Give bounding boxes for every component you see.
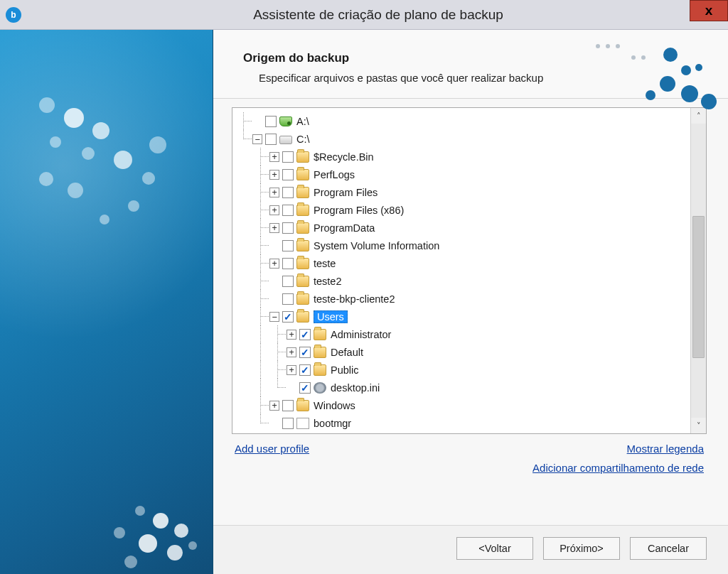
node-checkbox[interactable] (265, 116, 277, 127)
expander-icon (269, 294, 279, 304)
node-checkbox[interactable] (282, 311, 294, 323)
sidebar-decor (0, 30, 213, 574)
node-label[interactable]: Windows (314, 400, 355, 411)
node-checkbox[interactable] (299, 382, 311, 394)
tree-node-windows[interactable]: +Windows (235, 396, 690, 414)
node-label[interactable]: Program Files (x86) (314, 205, 404, 216)
node-label[interactable]: Public (331, 364, 359, 376)
node-checkbox[interactable] (299, 329, 311, 340)
tree-node-public[interactable]: +Public (235, 361, 690, 379)
node-checkbox[interactable] (282, 187, 294, 198)
tree-node-pf[interactable]: +Program Files (235, 183, 690, 201)
expander-icon[interactable]: + (287, 365, 296, 375)
folder-icon (296, 222, 309, 234)
expander-icon[interactable]: + (269, 170, 279, 180)
node-label[interactable]: ProgramData (314, 222, 375, 234)
title-bar: b Assistente de criação de plano de back… (0, 0, 728, 30)
expander-icon (287, 383, 296, 393)
scroll-down-icon[interactable]: ˅ (691, 418, 706, 433)
node-checkbox[interactable] (282, 258, 294, 269)
tree-node-bootmgr[interactable]: bootmgr (235, 414, 690, 432)
expander-icon[interactable]: + (269, 401, 279, 411)
node-checkbox[interactable] (282, 151, 294, 163)
tree-node-teste[interactable]: +teste (235, 254, 690, 272)
folder-icon (296, 240, 309, 251)
file-tree[interactable]: A:\−C:\+$Recycle.Bin+PerfLogs+Program Fi… (232, 108, 690, 433)
node-label[interactable]: desktop.ini (331, 382, 380, 394)
folder-icon (296, 400, 309, 411)
node-label[interactable]: PerfLogs (314, 169, 355, 180)
node-label[interactable]: teste (314, 258, 336, 269)
gear-icon (314, 382, 326, 394)
drive-green-icon (279, 117, 292, 126)
node-checkbox[interactable] (282, 222, 294, 234)
node-checkbox[interactable] (282, 400, 294, 411)
wizard-footer: <Voltar Próximo> Cancelar (213, 525, 728, 574)
tree-node-pf86[interactable]: +Program Files (x86) (235, 201, 690, 219)
scroll-track[interactable] (691, 124, 706, 418)
node-label[interactable]: teste2 (314, 276, 342, 287)
node-checkbox[interactable] (299, 364, 311, 376)
node-label[interactable]: C:\ (296, 134, 310, 145)
node-label[interactable]: Administrator (331, 329, 391, 340)
tree-node-perflogs[interactable]: +PerfLogs (235, 166, 690, 183)
node-label[interactable]: bootmgr (314, 418, 351, 429)
tree-scrollbar[interactable]: ˄ ˅ (690, 108, 706, 433)
node-checkbox[interactable] (265, 134, 277, 145)
node-label[interactable]: System Volume Information (314, 240, 439, 251)
back-button[interactable]: <Voltar (456, 537, 533, 560)
tree-node-users[interactable]: −Users (235, 308, 690, 325)
node-checkbox[interactable] (282, 205, 294, 216)
folder-icon (296, 258, 309, 269)
expander-icon[interactable]: + (269, 205, 279, 215)
folder-icon (296, 169, 309, 180)
expander-icon[interactable]: + (269, 223, 279, 233)
expander-icon[interactable]: + (269, 152, 279, 162)
node-checkbox[interactable] (282, 240, 294, 251)
header-decor (596, 37, 717, 115)
node-label[interactable]: A:\ (296, 116, 309, 127)
expander-icon[interactable]: − (269, 312, 279, 322)
node-checkbox[interactable] (282, 418, 294, 429)
node-checkbox[interactable] (282, 293, 294, 305)
drive-icon (279, 136, 292, 144)
folder-icon (296, 187, 309, 198)
node-label[interactable]: Default (331, 347, 363, 358)
node-label[interactable]: teste-bkp-cliente2 (314, 293, 395, 305)
tree-node-c[interactable]: −C:\ (235, 130, 690, 148)
tree-node-testebkp[interactable]: teste-bkp-cliente2 (235, 290, 690, 308)
node-label[interactable]: $Recycle.Bin (314, 151, 374, 163)
tree-node-teste2[interactable]: teste2 (235, 272, 690, 290)
expander-icon[interactable]: + (269, 259, 279, 269)
main-panel: Origem do backup Especificar arquivos e … (213, 30, 728, 574)
node-checkbox[interactable] (282, 276, 294, 287)
tree-node-a[interactable]: A:\ (235, 112, 690, 130)
show-legend-link[interactable]: Mostrar legenda (627, 443, 704, 455)
node-checkbox[interactable] (282, 169, 294, 180)
window-title: Assistente de criação de plano de backup (28, 7, 728, 23)
scroll-thumb[interactable] (692, 216, 705, 358)
file-icon (296, 418, 309, 429)
node-label[interactable]: Users (314, 310, 348, 323)
tree-node-recycle[interactable]: +$Recycle.Bin (235, 148, 690, 166)
node-label[interactable]: Program Files (314, 187, 378, 198)
tree-node-default[interactable]: +Default (235, 343, 690, 361)
expander-icon[interactable]: + (269, 188, 279, 197)
expander-icon[interactable]: − (252, 134, 262, 144)
wizard-sidebar (0, 30, 213, 574)
add-network-share-link[interactable]: Adicionar compartilhamento de rede (532, 462, 704, 474)
tree-node-admin[interactable]: +Administrator (235, 325, 690, 343)
app-icon: b (6, 7, 21, 23)
tree-node-desktop[interactable]: desktop.ini (235, 379, 690, 396)
close-button[interactable]: x (690, 0, 728, 21)
next-button[interactable]: Próximo> (543, 537, 620, 560)
expander-icon[interactable]: + (287, 330, 296, 340)
folder-icon (296, 311, 309, 323)
expander-icon[interactable]: + (287, 347, 296, 357)
links-row: Add user profile Mostrar legenda (232, 434, 707, 457)
cancel-button[interactable]: Cancelar (630, 537, 707, 560)
add-profile-link[interactable]: Add user profile (235, 443, 309, 455)
node-checkbox[interactable] (299, 347, 311, 358)
tree-node-pdata[interactable]: +ProgramData (235, 219, 690, 237)
tree-node-svi[interactable]: System Volume Information (235, 237, 690, 254)
